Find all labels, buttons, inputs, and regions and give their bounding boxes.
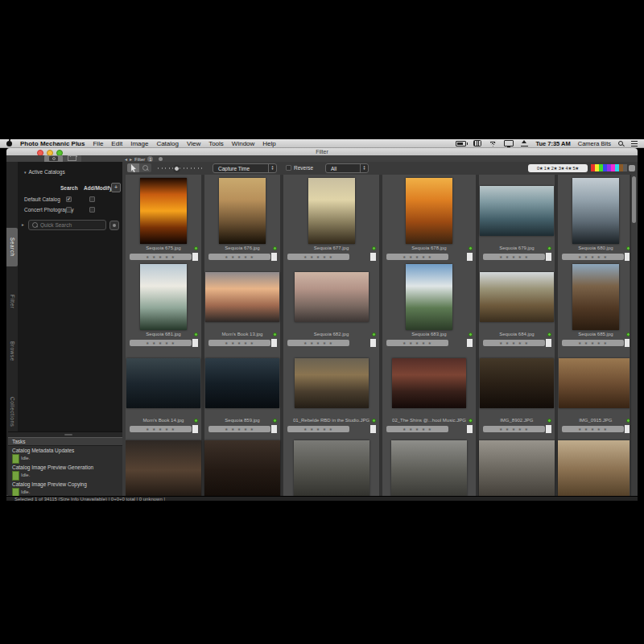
- menubar-clock[interactable]: Tue 7:35 AM: [535, 140, 570, 147]
- menubar-user[interactable]: Camera Bits: [578, 140, 611, 147]
- window-titlebar[interactable]: Filter: [6, 148, 638, 155]
- select-checkbox[interactable]: [546, 253, 551, 261]
- thumbnail-cell[interactable]: Sequoia 675.jpg ★ ★ ★ ★ ★: [126, 176, 201, 262]
- back-icon[interactable]: ◂: [125, 157, 127, 162]
- color-class-none-button[interactable]: [629, 165, 635, 171]
- thumbnail-image[interactable]: [572, 178, 619, 244]
- slider-thumb[interactable]: [174, 166, 180, 171]
- filter-dropdown[interactable]: All ▲▼: [325, 163, 369, 173]
- select-checkbox[interactable]: [271, 339, 277, 347]
- keyboard-icon[interactable]: [473, 140, 481, 147]
- quick-search-disclosure-icon[interactable]: ▸: [22, 222, 24, 227]
- thumbnail-cell[interactable]: [479, 435, 555, 496]
- thumbnail-cell[interactable]: Sequoia 684.jpg ★ ★ ★ ★ ★: [479, 262, 555, 349]
- thumbnail-image[interactable]: [295, 272, 369, 322]
- quick-search-options-button[interactable]: [109, 221, 119, 230]
- thumbnail-image[interactable]: [391, 440, 467, 496]
- rating-stars-bar[interactable]: ★ ★ ★ ★ ★: [386, 426, 448, 432]
- thumbnail-image[interactable]: [204, 440, 280, 496]
- catalog-search-checkbox[interactable]: [66, 196, 72, 202]
- rating-stars-bar[interactable]: ★ ★ ★ ★ ★: [208, 254, 270, 260]
- select-checkbox[interactable]: [271, 425, 277, 433]
- apple-menu-icon[interactable]: [6, 141, 12, 147]
- thumbnail-cell[interactable]: IMG_0915.JPG ★ ★ ★ ★ ★: [558, 349, 630, 435]
- forward-icon[interactable]: ▸: [130, 157, 132, 162]
- add-catalog-button[interactable]: +: [111, 183, 121, 192]
- thumbnail-image[interactable]: [126, 440, 201, 496]
- rail-tab-filter[interactable]: Filter: [6, 287, 18, 316]
- select-checkbox[interactable]: [271, 253, 277, 261]
- thumbnail-cell[interactable]: Sequoia 677.jpg ★ ★ ★ ★ ★: [283, 176, 379, 262]
- select-checkbox[interactable]: [467, 253, 473, 261]
- menu-view[interactable]: View: [187, 140, 200, 147]
- scrollbar-thumb[interactable]: [632, 176, 636, 223]
- thumbnail-image[interactable]: [479, 440, 555, 496]
- select-checkbox[interactable]: [192, 253, 198, 261]
- thumbnail-cell[interactable]: Sequoia 685.jpg ★ ★ ★ ★ ★: [558, 262, 630, 349]
- thumbnail-cell[interactable]: [204, 435, 280, 496]
- thumbnail-cell[interactable]: Sequoia 679.jpg ★ ★ ★ ★ ★: [479, 176, 555, 262]
- thumbnail-image[interactable]: [294, 440, 369, 496]
- select-checkbox[interactable]: [467, 339, 473, 347]
- rating-stars-bar[interactable]: ★ ★ ★ ★ ★: [562, 340, 624, 346]
- menu-catalog[interactable]: Catalog: [156, 140, 179, 147]
- catalog-addmodify-checkbox[interactable]: [89, 207, 95, 213]
- thumbnail-image[interactable]: [392, 358, 466, 408]
- select-checkbox[interactable]: [625, 425, 630, 433]
- reverse-checkbox[interactable]: [286, 165, 291, 171]
- menu-image[interactable]: Image: [130, 140, 148, 147]
- vertical-scrollbar[interactable]: [630, 175, 637, 496]
- rating-stars-bar[interactable]: ★ ★ ★ ★ ★: [130, 254, 192, 260]
- thumbnail-image[interactable]: [406, 264, 452, 330]
- select-checkbox[interactable]: [192, 339, 198, 347]
- select-checkbox[interactable]: [370, 339, 376, 347]
- thumbnail-image[interactable]: [205, 272, 279, 322]
- rating-stars-bar[interactable]: ★ ★ ★ ★ ★: [483, 426, 545, 432]
- battery-icon[interactable]: [456, 141, 466, 147]
- menu-file[interactable]: File: [93, 140, 103, 147]
- thumbnail-image[interactable]: [308, 178, 355, 244]
- app-menu-title[interactable]: Photo Mechanic Plus: [20, 140, 85, 147]
- thumbnail-image[interactable]: [140, 178, 187, 244]
- menulist-icon[interactable]: [631, 141, 638, 147]
- thumbnail-cell[interactable]: Sequoia 676.jpg ★ ★ ★ ★ ★: [204, 176, 280, 262]
- menu-help[interactable]: Help: [262, 140, 275, 147]
- active-catalogs-header[interactable]: ▾ Active Catalogs: [24, 169, 65, 175]
- rating-stars-bar[interactable]: ★ ★ ★ ★ ★: [562, 426, 624, 432]
- thumbnail-cell[interactable]: Sequoia 680.jpg ★ ★ ★ ★ ★: [558, 176, 630, 262]
- rating-stars-bar[interactable]: ★ ★ ★ ★ ★: [208, 340, 270, 346]
- rating-stars-bar[interactable]: ★ ★ ★ ★ ★: [483, 340, 545, 346]
- tab-organizer-mode[interactable]: [63, 155, 81, 162]
- thumbnail-image[interactable]: [572, 264, 619, 330]
- thumbnail-cell[interactable]: [382, 435, 476, 496]
- select-checkbox[interactable]: [546, 425, 551, 433]
- display-icon[interactable]: [504, 140, 514, 147]
- tab-camera-mode[interactable]: [44, 155, 63, 162]
- thumbnail-cell[interactable]: [283, 435, 379, 496]
- spotlight-icon[interactable]: [618, 141, 624, 147]
- record-dot-icon[interactable]: [159, 157, 163, 161]
- menu-edit[interactable]: Edit: [111, 140, 122, 147]
- thumbnail-cell[interactable]: Sequoia 859.jpg ★ ★ ★ ★ ★: [204, 349, 280, 435]
- thumbnail-cell[interactable]: Sequoia 681.jpg ★ ★ ★ ★ ★: [126, 262, 201, 349]
- thumbnail-cell[interactable]: 02_The Shins @...hool Music.JPG ★ ★ ★ ★ …: [382, 349, 476, 435]
- rating-stars-bar[interactable]: ★ ★ ★ ★ ★: [130, 426, 192, 432]
- loupe-tool-button[interactable]: [139, 163, 151, 172]
- thumbnail-image[interactable]: [126, 358, 200, 408]
- rail-tab-browse[interactable]: Browse: [6, 335, 18, 368]
- rating-stars-bar[interactable]: ★ ★ ★ ★ ★: [287, 426, 349, 432]
- rating-stars-bar[interactable]: ★ ★ ★ ★ ★: [386, 340, 448, 346]
- thumbnail-image[interactable]: [480, 186, 554, 236]
- thumbnail-image[interactable]: [559, 358, 630, 408]
- disclosure-triangle-icon[interactable]: ▾: [24, 170, 27, 175]
- eject-icon[interactable]: [521, 140, 528, 147]
- rating-stars-bar[interactable]: ★ ★ ★ ★ ★: [287, 254, 349, 260]
- thumbnail-cell[interactable]: Sequoia 683.jpg ★ ★ ★ ★ ★: [382, 262, 476, 349]
- thumbnail-cell[interactable]: 01_Rebelde RBD in the Studio.JPG ★ ★ ★ ★…: [283, 349, 379, 435]
- catalog-addmodify-checkbox[interactable]: [89, 196, 95, 202]
- menu-tools[interactable]: Tools: [208, 140, 224, 147]
- thumbnail-image[interactable]: [406, 178, 452, 244]
- rating-stars-bar[interactable]: ★ ★ ★ ★ ★: [562, 254, 624, 260]
- menu-window[interactable]: Window: [232, 140, 254, 147]
- thumbnail-image[interactable]: [295, 358, 369, 408]
